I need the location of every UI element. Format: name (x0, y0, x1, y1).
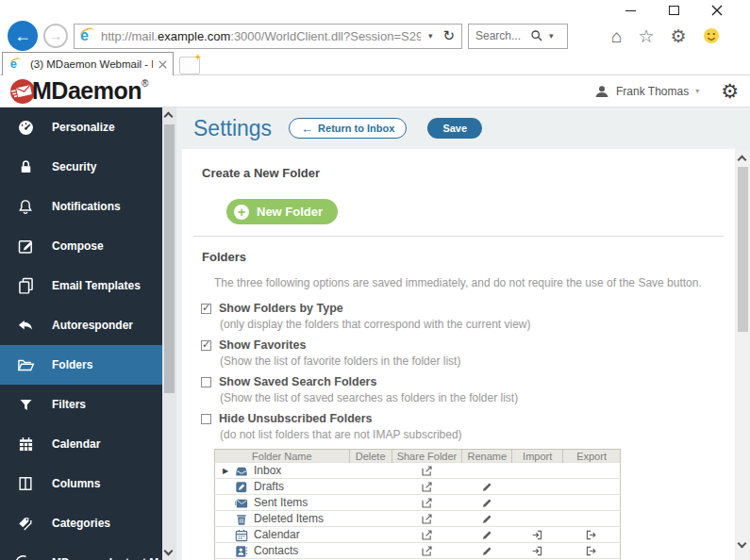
sidebar-item-personalize[interactable]: Personalize (0, 107, 162, 147)
content-scrollbar[interactable] (736, 151, 750, 560)
scrollbar-thumb[interactable] (738, 167, 748, 332)
tab-mdaemon-webmail[interactable]: e (3) MDaemon Webmail - Fr... (2, 52, 174, 75)
settings-gear-icon[interactable]: ⚙ (721, 80, 739, 103)
share-folder-icon[interactable] (421, 465, 433, 477)
sidebar-item-folders[interactable]: Folders (0, 345, 162, 385)
sidebar-label: Categories (52, 517, 110, 530)
brand-name: MDaemon (32, 77, 142, 105)
new-folder-button[interactable]: + New Folder (226, 199, 338, 224)
tab-title: (3) MDaemon Webmail - Fr... (30, 58, 153, 70)
browser-window: ← → e http://mail.example.com:3000/World… (0, 0, 750, 560)
address-dropdown-caret[interactable]: ▾ (425, 31, 436, 41)
rename-icon[interactable] (481, 529, 493, 541)
deleted-items-icon (235, 513, 248, 526)
tab-close-icon[interactable] (158, 60, 167, 69)
share-folder-icon[interactable] (421, 529, 433, 541)
share-folder-icon[interactable] (421, 513, 433, 525)
option-desc: (only display the folders that correspon… (220, 318, 735, 332)
scrollbar-thumb[interactable] (164, 124, 175, 393)
import-icon[interactable] (531, 545, 543, 557)
export-icon[interactable] (585, 545, 597, 557)
sent-items-icon (235, 497, 248, 510)
option-label: Hide Unsubscribed Folders (219, 412, 373, 426)
rename-icon[interactable] (481, 513, 493, 525)
minimize-button[interactable] (608, 1, 652, 20)
url-text[interactable]: http://mail.example.com:3000/WorldClient… (101, 29, 421, 43)
browser-toolbar: ← → e http://mail.example.com:3000/World… (0, 21, 750, 51)
drafts-icon (235, 481, 248, 494)
checkbox-hide-unsubscribed-folders[interactable] (201, 414, 211, 424)
search-box[interactable]: ▾ (468, 24, 568, 49)
mdaemon-logo: MDaemon ® (8, 76, 148, 107)
maximize-button[interactable] (652, 1, 695, 20)
search-dropdown-caret[interactable]: ▾ (546, 31, 557, 41)
share-folder-icon[interactable] (421, 497, 433, 509)
close-icon (711, 5, 723, 16)
address-bar[interactable]: e http://mail.example.com:3000/WorldClie… (74, 24, 462, 49)
webmail-header: MDaemon ® Frank Thomas ▾ ⚙ (0, 75, 750, 107)
user-menu[interactable]: Frank Thomas ▾ ⚙ (594, 80, 739, 103)
sidebar-label: Calendar (52, 437, 100, 451)
url-path: :3000/WorldClient.dll?Session=S294ZRHEI (230, 29, 421, 43)
table-row: Contacts (215, 543, 621, 559)
sidebar-item-compose[interactable]: Compose (0, 226, 162, 266)
smiley-icon[interactable] (703, 27, 720, 44)
contacts-icon (235, 545, 248, 558)
sidebar-item-filters[interactable]: Filters (0, 385, 162, 424)
rename-icon[interactable] (481, 545, 493, 557)
return-to-inbox-button[interactable]: ← Return to Inbox (289, 118, 407, 139)
home-icon[interactable]: ⌂ (611, 27, 622, 45)
chat-icon (15, 552, 36, 560)
scroll-up-icon[interactable] (738, 156, 747, 165)
templates-icon (15, 275, 36, 296)
save-button[interactable]: Save (427, 118, 482, 139)
sidebar-item-notifications[interactable]: Notifications (0, 187, 162, 226)
close-button[interactable] (695, 1, 739, 20)
export-icon[interactable] (585, 529, 597, 541)
favorites-star-icon[interactable]: ☆ (638, 27, 654, 45)
checkbox-show-saved-search-folders[interactable] (201, 377, 211, 387)
import-icon[interactable] (531, 529, 543, 541)
columns-icon (15, 473, 36, 494)
left-arrow-icon: ← (301, 122, 313, 136)
rename-icon[interactable] (481, 481, 493, 493)
calendar-folder-icon (235, 529, 248, 542)
return-to-inbox-label: Return to Inbox (318, 123, 394, 134)
settings-content: Settings ← Return to Inbox Save Create a… (176, 107, 750, 560)
window-titlebar (0, 0, 750, 21)
folder-name: Deleted Items (254, 512, 324, 525)
sidebar-item-autoresponder[interactable]: Autoresponder (0, 305, 162, 345)
refresh-icon[interactable]: ↻ (440, 27, 458, 44)
table-row: Calendar (215, 527, 621, 543)
sidebar-item-calendar[interactable]: Calendar (0, 424, 162, 464)
checkbox-show-favorites[interactable] (201, 340, 211, 351)
save-label: Save (442, 123, 467, 134)
share-folder-icon[interactable] (421, 545, 433, 557)
forward-button[interactable]: → (43, 24, 68, 48)
scroll-down-icon[interactable] (164, 547, 174, 556)
scroll-up-icon[interactable] (164, 112, 174, 122)
sidebar-item-columns[interactable]: Columns (0, 464, 162, 503)
sidebar-item-instant-messenger[interactable]: MDaemon Instant Messenger (0, 543, 162, 560)
plus-icon: + (234, 205, 249, 220)
new-tab-button[interactable] (179, 57, 200, 74)
tools-gear-icon[interactable]: ⚙ (671, 27, 687, 45)
sidebar-item-security[interactable]: Security (0, 147, 162, 187)
option-label: Show Folders by Type (219, 302, 343, 316)
share-folder-icon[interactable] (421, 481, 433, 493)
sidebar-item-categories[interactable]: Categories (0, 503, 162, 543)
expand-arrow-icon[interactable]: ▶ (223, 467, 228, 475)
scroll-down-icon[interactable] (738, 539, 747, 549)
search-icon[interactable] (530, 29, 543, 42)
checkbox-show-folders-by-type[interactable] (201, 304, 211, 314)
tab-bar: e (3) MDaemon Webmail - Fr... (0, 51, 750, 75)
search-input[interactable] (475, 29, 527, 42)
sidebar-item-email-templates[interactable]: Email Templates (0, 266, 162, 305)
back-button[interactable]: ← (8, 21, 38, 51)
calendar-icon (15, 434, 36, 454)
page-title: Settings (193, 116, 272, 141)
rename-icon[interactable] (481, 497, 493, 509)
sidebar-label: Email Templates (52, 279, 141, 292)
option-show-favorites: Show Favorites (Show the list of favorit… (182, 338, 735, 369)
sidebar-scrollbar[interactable] (162, 107, 176, 560)
